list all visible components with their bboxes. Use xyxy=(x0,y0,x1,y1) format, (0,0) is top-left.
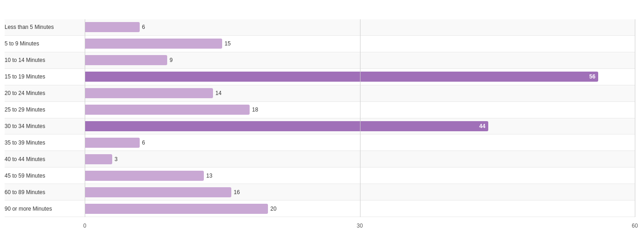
bar-fill: 20 xyxy=(85,204,268,214)
bar-value: 13 xyxy=(206,173,212,179)
bar-value: 6 xyxy=(142,140,145,146)
bar-track: 20 xyxy=(85,204,635,214)
bar-value: 6 xyxy=(142,24,145,30)
x-tick-label: 30 xyxy=(357,223,363,229)
table-row: Less than 5 Minutes6 xyxy=(5,19,635,36)
bar-label: Less than 5 Minutes xyxy=(5,24,85,30)
table-row: 30 to 34 Minutes44 xyxy=(5,118,635,135)
bar-label: 40 to 44 Minutes xyxy=(5,156,85,162)
bar-value: 56 xyxy=(589,73,595,80)
table-row: 45 to 59 Minutes13 xyxy=(5,167,635,184)
chart-container: Less than 5 Minutes65 to 9 Minutes1510 t… xyxy=(0,0,644,240)
bar-fill: 6 xyxy=(85,22,140,32)
table-row: 40 to 44 Minutes3 xyxy=(5,151,635,167)
bar-label: 10 to 14 Minutes xyxy=(5,57,85,63)
bar-label: 30 to 34 Minutes xyxy=(5,123,85,129)
table-row: 35 to 39 Minutes6 xyxy=(5,134,635,151)
bar-track: 56 xyxy=(85,72,635,82)
bar-track: 15 xyxy=(85,39,635,49)
bar-track: 14 xyxy=(85,88,635,98)
bar-label: 60 to 89 Minutes xyxy=(5,189,85,195)
bar-value: 20 xyxy=(270,206,276,212)
bar-value: 15 xyxy=(224,40,230,47)
table-row: 10 to 14 Minutes9 xyxy=(5,52,635,69)
bar-track: 16 xyxy=(85,187,635,197)
bar-label: 35 to 39 Minutes xyxy=(5,140,85,146)
x-tick-label: 0 xyxy=(83,223,87,229)
bar-label: 45 to 59 Minutes xyxy=(5,173,85,179)
bar-fill: 14 xyxy=(85,88,213,98)
bar-track: 6 xyxy=(85,22,635,32)
bar-label: 20 to 24 Minutes xyxy=(5,90,85,96)
bar-track: 3 xyxy=(85,154,635,164)
bar-value: 9 xyxy=(169,57,173,63)
bar-label: 15 to 19 Minutes xyxy=(5,73,85,80)
bar-fill: 16 xyxy=(85,187,231,197)
bar-track: 6 xyxy=(85,138,635,148)
bar-fill: 9 xyxy=(85,55,167,65)
bar-value: 16 xyxy=(234,189,240,195)
bar-fill: 13 xyxy=(85,171,204,181)
bar-value: 3 xyxy=(115,156,118,162)
bar-fill: 3 xyxy=(85,154,112,164)
table-row: 25 to 29 Minutes18 xyxy=(5,102,635,118)
bar-fill: 18 xyxy=(85,105,250,115)
bar-track: 13 xyxy=(85,171,635,181)
x-tick-label: 60 xyxy=(632,223,638,229)
bar-label: 25 to 29 Minutes xyxy=(5,106,85,113)
bar-fill: 44 xyxy=(85,121,488,131)
bar-fill: 6 xyxy=(85,138,140,148)
bar-fill: 56 xyxy=(85,72,598,82)
bar-value: 44 xyxy=(479,123,485,129)
bar-fill: 15 xyxy=(85,39,222,49)
bar-value: 18 xyxy=(252,106,258,113)
bar-label: 90 or more Minutes xyxy=(5,206,85,212)
bar-value: 14 xyxy=(215,90,221,96)
bar-track: 18 xyxy=(85,105,635,115)
table-row: 5 to 9 Minutes15 xyxy=(5,36,635,52)
grid-line xyxy=(635,19,635,217)
table-row: 20 to 24 Minutes14 xyxy=(5,85,635,102)
table-row: 60 to 89 Minutes16 xyxy=(5,184,635,201)
bar-label: 5 to 9 Minutes xyxy=(5,40,85,47)
table-row: 90 or more Minutes20 xyxy=(5,201,635,217)
table-row: 15 to 19 Minutes56 xyxy=(5,69,635,85)
bar-track: 44 xyxy=(85,121,635,131)
bars-wrapper: Less than 5 Minutes65 to 9 Minutes1510 t… xyxy=(5,19,635,217)
bar-track: 9 xyxy=(85,55,635,65)
x-axis: 03060 xyxy=(85,223,635,232)
